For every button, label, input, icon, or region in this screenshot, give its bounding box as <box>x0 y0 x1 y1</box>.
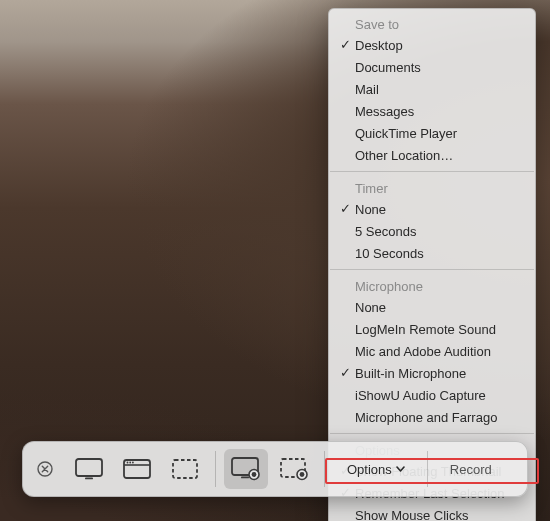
svg-point-12 <box>252 472 257 477</box>
menu-item[interactable]: None <box>329 296 535 318</box>
options-button[interactable]: Options <box>333 449 419 489</box>
close-toolbar-button[interactable] <box>31 455 59 483</box>
menu-item-label: 10 Seconds <box>355 246 424 261</box>
record-label: Record <box>450 462 492 477</box>
menu-item[interactable]: Documents <box>329 56 535 78</box>
menu-item[interactable]: Mic and Adobe Audition <box>329 340 535 362</box>
svg-point-15 <box>300 472 305 477</box>
selection-icon <box>171 458 199 480</box>
menu-item[interactable]: ✓Built-in Microphone <box>329 362 535 384</box>
svg-point-7 <box>132 462 134 464</box>
menu-item-label: None <box>355 202 386 217</box>
menu-item-label: Mail <box>355 82 379 97</box>
menu-section-header: Timer <box>329 177 535 198</box>
menu-item-label: Mic and Adobe Audition <box>355 344 491 359</box>
menu-item[interactable]: LogMeIn Remote Sound <box>329 318 535 340</box>
menu-item[interactable]: iShowU Audio Capture <box>329 384 535 406</box>
svg-rect-2 <box>85 478 93 480</box>
record-selection-icon <box>279 457 309 481</box>
toolbar-separator <box>427 451 428 487</box>
capture-entire-screen-button[interactable] <box>67 449 111 489</box>
record-button[interactable]: Record <box>436 449 506 489</box>
menu-item[interactable]: Mail <box>329 78 535 100</box>
menu-item[interactable]: QuickTime Player <box>329 122 535 144</box>
check-icon: ✓ <box>338 364 352 381</box>
menu-item-label: iShowU Audio Capture <box>355 388 486 403</box>
window-icon <box>123 458 151 480</box>
record-entire-screen-button[interactable] <box>224 449 268 489</box>
svg-point-5 <box>127 462 129 464</box>
menu-item-label: QuickTime Player <box>355 126 457 141</box>
options-label: Options <box>347 462 392 477</box>
menu-item-label: LogMeIn Remote Sound <box>355 322 496 337</box>
capture-selection-button[interactable] <box>163 449 207 489</box>
menu-item-label: None <box>355 300 386 315</box>
menu-section-header: Save to <box>329 13 535 34</box>
record-selection-button[interactable] <box>272 449 316 489</box>
menu-item-label: Documents <box>355 60 421 75</box>
menu-item[interactable]: ✓None <box>329 198 535 220</box>
menu-item-label: Built-in Microphone <box>355 366 466 381</box>
svg-rect-1 <box>76 459 102 476</box>
screen-icon <box>75 458 103 480</box>
menu-item[interactable]: Messages <box>329 100 535 122</box>
menu-item[interactable]: 5 Seconds <box>329 220 535 242</box>
menu-item[interactable]: 10 Seconds <box>329 242 535 264</box>
svg-point-6 <box>129 462 131 464</box>
check-icon: ✓ <box>338 36 352 53</box>
menu-item-label: Messages <box>355 104 414 119</box>
toolbar-separator <box>324 451 325 487</box>
menu-item-label: Desktop <box>355 38 403 53</box>
menu-separator <box>330 171 534 172</box>
toolbar-separator <box>215 451 216 487</box>
capture-window-button[interactable] <box>115 449 159 489</box>
menu-item[interactable]: Show Mouse Clicks <box>329 504 535 521</box>
menu-separator <box>330 269 534 270</box>
check-icon: ✓ <box>338 200 352 217</box>
record-screen-icon <box>231 457 261 481</box>
svg-rect-8 <box>173 460 197 478</box>
menu-item[interactable]: Other Location… <box>329 144 535 166</box>
menu-separator <box>330 433 534 434</box>
menu-item-label: Microphone and Farrago <box>355 410 497 425</box>
menu-item-label: 5 Seconds <box>355 224 416 239</box>
close-icon <box>37 461 53 477</box>
menu-item-label: Show Mouse Clicks <box>355 508 468 522</box>
screenshot-toolbar: Options Record <box>22 441 528 497</box>
menu-item[interactable]: ✓Desktop <box>329 34 535 56</box>
svg-rect-10 <box>241 477 249 479</box>
chevron-down-icon <box>396 466 405 472</box>
menu-item[interactable]: Microphone and Farrago <box>329 406 535 428</box>
menu-section-header: Microphone <box>329 275 535 296</box>
menu-item-label: Other Location… <box>355 148 453 163</box>
